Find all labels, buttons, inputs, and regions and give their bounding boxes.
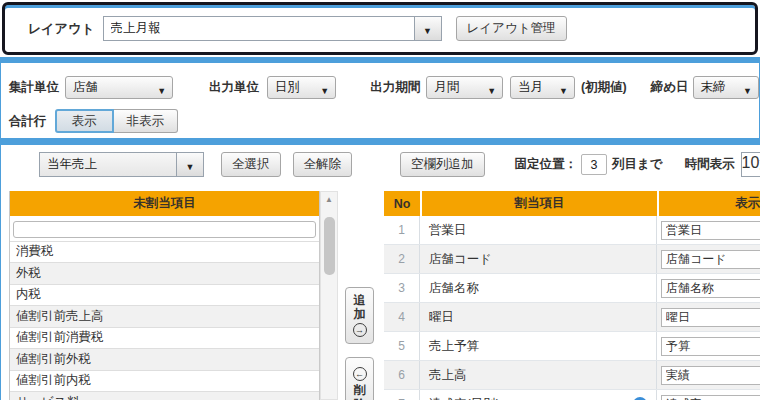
list-item[interactable]: 値割引前消費税 <box>10 327 319 349</box>
table-row[interactable]: 4曜日 <box>384 303 760 332</box>
table-row[interactable]: 6売上高 <box>384 361 760 390</box>
add-button[interactable]: 追加 → <box>345 287 374 344</box>
clear-all-button[interactable]: 全解除 <box>293 152 353 177</box>
display-name-cell <box>657 216 760 244</box>
add-button-label: 追加 <box>353 293 367 321</box>
period-type-select[interactable]: 月間 <box>426 76 503 99</box>
fixed-position-label: 固定位置： <box>515 156 578 173</box>
arrow-right-circle-icon: → <box>353 323 367 337</box>
layout-manage-button[interactable]: レイアウト管理 <box>456 16 567 41</box>
chevron-down-icon <box>157 83 166 97</box>
period-value: 当月 <box>518 79 543 96</box>
total-row-show-toggle[interactable]: 表示 <box>55 109 114 133</box>
select-all-button[interactable]: 全選択 <box>221 152 281 177</box>
display-name-cell <box>657 303 760 331</box>
table-row[interactable]: 2店舗コード <box>384 245 760 274</box>
row-number: 6 <box>384 361 420 389</box>
scrollbar-thumb[interactable] <box>324 217 335 275</box>
list-item[interactable]: 値割引前外税 <box>10 348 319 370</box>
unassigned-list: 未割当項目 消費税外税内税値割引前売上高値割引前消費税値割引前外税値割引前内税サ… <box>9 191 339 400</box>
total-row-label: 合計行 <box>9 113 47 130</box>
display-name-input[interactable] <box>661 279 760 298</box>
total-row-hide-toggle[interactable]: 非表示 <box>114 109 179 133</box>
assigned-item-name: 店舗名称 <box>420 274 657 302</box>
assigned-item-name: 店舗コード <box>420 245 657 273</box>
display-name-input[interactable] <box>661 395 760 400</box>
layout-input[interactable] <box>104 17 414 40</box>
layout-bar: レイアウト レイアウト管理 <box>2 2 758 55</box>
row-number: 2 <box>384 245 420 273</box>
display-name-input[interactable] <box>661 337 760 356</box>
unassigned-scrollbar[interactable] <box>320 191 338 400</box>
display-name-cell <box>657 361 760 389</box>
category-combobox[interactable]: 当年売上 <box>39 152 204 177</box>
assigned-table-header: No 割当項目 表示 <box>384 191 760 216</box>
arrow-left-circle-icon: ← <box>353 367 367 381</box>
initial-value-note: (初期値) <box>581 79 627 96</box>
closing-day-value: 末締 <box>701 79 726 96</box>
category-dropdown-button[interactable] <box>176 153 203 176</box>
unassigned-search-input[interactable] <box>13 221 316 238</box>
period-select[interactable]: 当月 <box>510 76 575 99</box>
filter-row-1: 集計単位 店舗 出力単位 日別 出力期間 月間 当月 (初期値) 締め日 末締 <box>1 76 759 99</box>
row-number: 5 <box>384 332 420 360</box>
display-name-cell <box>657 245 760 273</box>
unassigned-rows: 消費税外税内税値割引前売上高値割引前消費税値割引前外税値割引前内税サービス料 <box>10 241 319 400</box>
layout-dropdown-button[interactable] <box>414 17 441 40</box>
list-item[interactable]: サービス料 <box>10 391 319 400</box>
time-display-label: 時間表示 <box>685 156 735 173</box>
layout-combobox[interactable] <box>103 16 442 41</box>
assigned-item-name: 売上高 <box>420 361 657 389</box>
list-item[interactable]: 消費税 <box>10 241 319 263</box>
row-number: 1 <box>384 216 420 244</box>
display-name-cell <box>657 332 760 360</box>
assigned-item-name: 営業日 <box>420 216 657 244</box>
display-name-input[interactable] <box>661 221 760 240</box>
table-row[interactable]: 3店舗名称 <box>384 274 760 303</box>
chevron-down-icon <box>743 83 752 97</box>
remove-button-label: 削除 <box>353 383 367 400</box>
fixed-position-input[interactable] <box>581 154 607 175</box>
chevron-down-icon <box>559 83 568 97</box>
aggregation-label: 集計単位 <box>9 79 59 96</box>
list-item[interactable]: 外税 <box>10 262 319 284</box>
aggregation-value: 店舗 <box>73 79 98 96</box>
output-period-label: 出力期間 <box>370 79 420 96</box>
row-number: 4 <box>384 303 420 331</box>
remove-button[interactable]: ← 削除 <box>345 357 374 400</box>
main-panel: 当年売上 全選択 全解除 空欄列追加 固定位置： 列目まで 時間表示 10進 未… <box>0 139 760 400</box>
list-item[interactable]: 値割引前売上高 <box>10 305 319 327</box>
output-unit-select[interactable]: 日別 <box>267 76 336 99</box>
output-unit-label: 出力単位 <box>209 79 259 96</box>
chevron-down-icon <box>487 83 496 97</box>
unassigned-list-header: 未割当項目 <box>10 191 319 216</box>
category-value: 当年売上 <box>40 153 176 176</box>
list-item[interactable]: 値割引前内税 <box>10 370 319 392</box>
assigned-item-name: 達成率(日別) <box>420 390 657 400</box>
display-name-cell <box>657 390 760 400</box>
assigned-table-rows: 1営業日2店舗コード3店舗名称4曜日5売上予算6売上高7達成率(日別) <box>384 216 760 400</box>
table-row[interactable]: 1営業日 <box>384 216 760 245</box>
time-display-combobox[interactable]: 10進 <box>741 152 760 177</box>
aggregation-select[interactable]: 店舗 <box>65 76 173 99</box>
assigned-item-name: 売上予算 <box>420 332 657 360</box>
display-name-input[interactable] <box>661 250 760 269</box>
table-row[interactable]: 5売上予算 <box>384 332 760 361</box>
column-header-item: 割当項目 <box>420 191 657 216</box>
table-row[interactable]: 7達成率(日別) <box>384 390 760 400</box>
unassigned-search-wrap <box>10 216 319 241</box>
filter-row-2: 合計行 表示 非表示 <box>1 109 759 133</box>
layout-label: レイアウト <box>28 20 95 38</box>
list-item[interactable]: 内税 <box>10 284 319 306</box>
period-type-value: 月間 <box>434 79 459 96</box>
display-name-input[interactable] <box>661 366 760 385</box>
main-controls: 当年売上 全選択 全解除 空欄列追加 固定位置： 列目まで 時間表示 10進 <box>1 152 760 177</box>
column-header-display: 表示 <box>657 191 760 216</box>
assigned-table: No 割当項目 表示 1営業日2店舗コード3店舗名称4曜日5売上予算6売上高7達… <box>384 191 760 400</box>
add-blank-column-button[interactable]: 空欄列追加 <box>400 152 485 177</box>
closing-day-select[interactable]: 末締 <box>693 76 760 99</box>
display-name-input[interactable] <box>661 308 760 327</box>
closing-day-label: 締め日 <box>651 79 689 96</box>
scroll-up-icon[interactable] <box>321 192 337 206</box>
fixed-position-suffix: 列目まで <box>612 156 663 173</box>
